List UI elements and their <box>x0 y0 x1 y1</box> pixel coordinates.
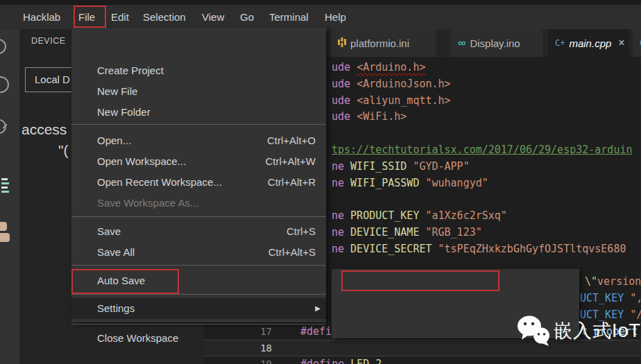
code-token: UCT_KEY <box>580 292 630 304</box>
line-number-19: 19 <box>236 356 272 364</box>
code-token: version" <box>597 275 641 288</box>
code-line: \"version" <box>585 273 641 290</box>
menu-item-save-workspace-as[interactable]: Save Workspace As... <box>71 193 326 214</box>
menu-separator <box>71 294 326 295</box>
code-line: UCT_KEY ", <box>580 290 641 306</box>
tab-platformio-ini[interactable]: platformio.ini <box>331 29 436 57</box>
code-token: WIFI_SSID <box>350 160 413 173</box>
code-token: ne <box>332 226 350 239</box>
menu-item-open-recent-workspace[interactable]: Open Recent Workspace...Ctrl+Alt+R <box>71 172 326 193</box>
code-token: "tsPEqZHxkzbGhGyfOJSTltqvsE680 <box>438 243 626 255</box>
menu-item-label: New Folder <box>97 102 151 123</box>
tab-label: platformio.ini <box>350 37 409 49</box>
wechat-icon <box>516 314 551 347</box>
code-token: ne <box>332 209 350 222</box>
submenu-arrow-icon: ▶ <box>315 298 320 319</box>
code-token: \" <box>585 275 597 288</box>
sidebar-message-fragment: access <box>22 121 67 138</box>
cpp-icon: C+ <box>555 38 565 48</box>
ini-file-icon <box>338 37 346 49</box>
code-token: ude <box>332 110 357 123</box>
menu-item-close-workspace[interactable]: Close Workspace <box>71 328 326 349</box>
code-token: ", <box>630 292 641 304</box>
search-icon[interactable] <box>0 76 9 93</box>
menu-item-open[interactable]: Open...Ctrl+Alt+O <box>71 130 326 151</box>
menubar-item-help[interactable]: Help <box>325 5 346 29</box>
code-line: #define LED_2 <box>300 356 382 364</box>
tab-c[interactable]: C+ <box>633 29 641 57</box>
watermark-text: 嵌入式IoT <box>554 318 641 343</box>
sidebar-panel-title: DEVICE <box>31 36 66 46</box>
tab-main-cpp[interactable]: C+main.cpp× <box>548 29 629 57</box>
menu-item-shortcut: Ctrl+Alt+O <box>267 130 316 151</box>
tab-display-ino[interactable]: ∞Display.ino <box>451 29 542 57</box>
code-token: ne <box>332 243 350 255</box>
menu-item-label: Open... <box>97 130 131 151</box>
menubar-item-selection[interactable]: Selection <box>143 5 186 29</box>
activity-bar <box>0 29 19 364</box>
code-line: ne PRODUCT_KEY "a1Xz6c2rSxq" <box>332 207 507 224</box>
menubar-item-edit[interactable]: Edit <box>111 5 129 29</box>
menu-item-label: Create Project <box>97 60 164 81</box>
code-token: ude <box>332 78 357 90</box>
wechat-watermark: 嵌入式IoT <box>516 314 641 347</box>
menu-item-label: Settings <box>97 298 135 319</box>
menu-item-create-project[interactable]: Create Project <box>71 60 326 81</box>
platformio-icon[interactable] <box>1 178 9 193</box>
menu-item-new-folder[interactable]: New Folder <box>71 102 326 123</box>
code-token: DEVICE_SECRET <box>350 243 438 255</box>
menu-item-label: Save All <box>97 242 135 263</box>
menu-item-shortcut: Ctrl+Alt+S <box>268 242 316 263</box>
code-token: "GYD-APP" <box>413 160 469 173</box>
menubar-item-terminal[interactable]: Terminal <box>269 5 309 29</box>
code-token: "RGB_123" <box>425 226 481 239</box>
code-token: <Arduino.h> <box>357 61 425 73</box>
vscode-window: ude <Arduino.h>ude <ArduinoJson.h>ude <a… <box>0 0 641 364</box>
code-token: DEVICE_NAME <box>350 226 425 239</box>
menu-item-label: Save <box>97 221 121 242</box>
tab-label: Display.ino <box>470 37 520 49</box>
code-token: WIFI_PASSWD <box>350 177 425 189</box>
code-token: ne <box>332 177 350 189</box>
highlight-box-settings <box>71 269 179 294</box>
menu-item-label: Close Workspace <box>97 328 178 349</box>
menubar-item-view[interactable]: View <box>202 5 224 29</box>
files-icon[interactable] <box>0 39 6 54</box>
arduino-icon: ∞ <box>458 37 465 49</box>
menu-item-settings[interactable]: Settings▶ <box>71 298 326 319</box>
code-line: ude <ArduinoJson.h> <box>332 76 451 92</box>
highlight-box-file-menu <box>74 6 106 28</box>
window-top-edge <box>0 0 641 5</box>
menubar-item-hacklab[interactable]: Hacklab <box>23 5 60 29</box>
menu-separator <box>71 324 326 324</box>
menu-item-shortcut: Ctrl+Alt+W <box>265 151 316 172</box>
code-token: <WiFi.h> <box>357 110 407 123</box>
code-token: "a1Xz6c2rSxq" <box>425 209 506 222</box>
code-line: ne DEVICE_SECRET "tsPEqZHxkzbGhGyfOJSTlt… <box>332 241 626 257</box>
code-token: PRODUCT_KEY <box>350 209 425 222</box>
highlight-box-open-preferences <box>341 270 499 291</box>
menu-item-new-file[interactable]: New File <box>71 81 326 102</box>
code-line: ne WIFI_SSID "GYD-APP" <box>332 158 470 175</box>
code-token: ude <box>332 61 357 73</box>
menu-item-shortcut: Ctrl+S <box>287 221 316 242</box>
tab-label: main.cpp <box>569 37 611 49</box>
extensions-icon[interactable] <box>0 222 10 242</box>
menu-item-save-all[interactable]: Save AllCtrl+Alt+S <box>71 242 326 263</box>
tab-close-icon[interactable]: × <box>618 37 624 49</box>
code-line: ude <Arduino.h> <box>332 59 425 76</box>
code-token: ne <box>332 160 350 173</box>
code-line: ude <aliyun_mqtt.h> <box>332 92 451 109</box>
menu-item-label: Save Workspace As... <box>97 193 198 214</box>
code-line: tps://techtutorialsx.com/2017/06/29/esp3… <box>332 141 632 158</box>
menu-item-open-workspace[interactable]: Open Workspace...Ctrl+Alt+W <box>71 151 326 172</box>
sidebar-message-fragment: "( <box>58 142 68 159</box>
menu-separator <box>71 216 326 217</box>
menubar-item-go[interactable]: Go <box>240 5 254 29</box>
code-token: "wuhangyd" <box>425 177 488 189</box>
code-token: ude <box>332 94 357 107</box>
menu-separator <box>71 124 326 125</box>
menu-item-save[interactable]: SaveCtrl+S <box>71 221 326 242</box>
menu-item-label: Open Recent Workspace... <box>97 172 222 193</box>
menu-item-shortcut: Ctrl+Alt+R <box>268 172 316 193</box>
